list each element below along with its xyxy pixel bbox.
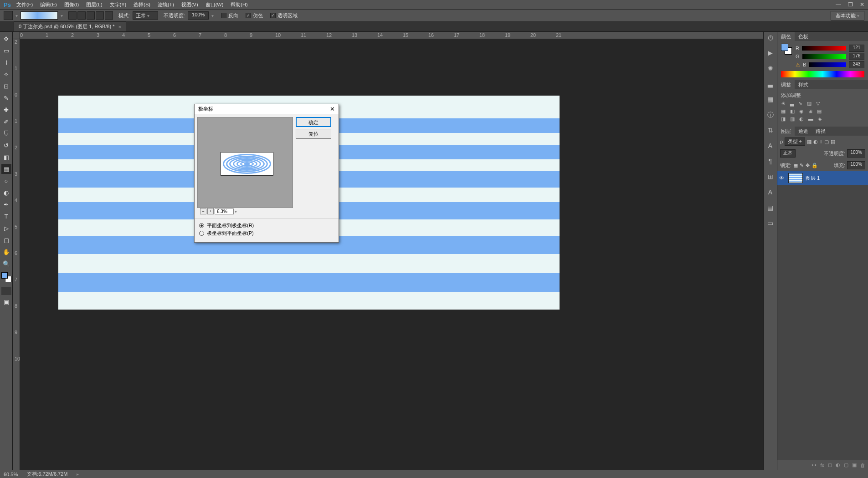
chevron-down-icon[interactable]: ▾ [61,13,63,18]
ruler-horizontal[interactable]: 0123456789101112131415161718192021 [20,32,777,39]
layers-icon[interactable]: ▤ [766,204,775,213]
quick-mask-toggle[interactable] [1,287,11,295]
tab-paths[interactable]: 路径 [812,127,829,136]
menu-filter[interactable]: 滤镜(T) [154,0,178,9]
navigator-panel-icon[interactable]: ⊞ [766,173,775,182]
healing-tool[interactable]: ✚ [1,105,11,115]
move-tool[interactable]: ✥ [1,34,11,44]
blend-mode-select[interactable]: 正常 [780,149,796,158]
blur-tool[interactable]: ○ [1,176,11,186]
new-group-icon[interactable]: ▢ [844,462,848,468]
workspace-button[interactable]: 基本功能 ▾ [831,11,864,20]
zoom-out-button[interactable]: − [200,208,206,214]
menu-edit[interactable]: 编辑(E) [36,0,61,9]
rect-to-polar-radio[interactable]: 平面坐标到极坐标(R) [199,222,334,229]
transparency-checkbox[interactable]: ✓透明区域 [270,12,298,19]
menu-layer[interactable]: 图层(L) [82,0,106,9]
reset-button[interactable]: 复位 [296,129,331,139]
magic-wand-tool[interactable]: ✧ [1,69,11,79]
ok-button[interactable]: 确定 [296,117,331,127]
filter-smart-icon[interactable]: ▤ [831,139,835,145]
dodge-tool[interactable]: ◐ [1,188,11,198]
selective-color-icon[interactable]: ◈ [818,116,822,122]
swatches-icon[interactable]: ▦ [766,96,775,105]
polar-to-rect-radio[interactable]: 极坐标到平面坐标(P) [199,230,334,237]
lock-all-icon[interactable]: 🔒 [812,163,818,168]
maximize-button[interactable]: ❐ [844,0,856,9]
menu-image[interactable]: 图像(I) [61,0,82,9]
tab-channels[interactable]: 通道 [795,127,812,136]
properties-panel-icon[interactable]: ⇅ [766,127,775,136]
ruler-origin[interactable] [13,32,20,39]
tab-styles[interactable]: 样式 [795,80,812,89]
filter-type-icon[interactable]: T [820,139,823,144]
history-panel-icon[interactable]: ◷ [766,34,775,43]
delete-layer-icon[interactable]: 🗑 [860,463,865,468]
eyedropper-tool[interactable]: ✎ [1,93,11,103]
foreground-background-colors[interactable] [1,272,11,282]
marquee-tool[interactable]: ▭ [1,46,11,56]
color-spectrum[interactable] [781,71,864,77]
layer-thumbnail[interactable] [788,173,803,183]
tool-preset-picker[interactable] [4,11,13,20]
notes-icon[interactable]: ▭ [766,219,775,229]
gradient-preview[interactable] [21,11,58,20]
g-slider[interactable] [802,54,846,59]
minimize-button[interactable]: — [832,0,844,9]
g-value[interactable]: 176 [849,53,864,60]
curves-icon[interactable]: ∿ [798,101,802,107]
chevron-right-icon[interactable]: ▸ [77,472,79,477]
layer-opacity-input[interactable]: 100% [847,149,865,158]
paragraph-panel-icon[interactable]: ¶ [766,158,775,167]
crop-tool[interactable]: ⊡ [1,81,11,91]
lock-trans-icon[interactable]: ▦ [793,163,798,168]
history-brush-tool[interactable]: ↺ [1,140,11,150]
ruler-vertical[interactable]: 21012345678910 [13,39,20,470]
screen-mode-button[interactable]: ▣ [1,297,11,307]
dither-checkbox[interactable]: ✓仿色 [246,12,263,19]
close-icon[interactable]: × [118,24,121,30]
char-style-icon[interactable]: A [766,188,775,198]
invert-icon[interactable]: ◨ [781,116,786,122]
gradient-radial-button[interactable] [77,11,86,20]
character-panel-icon[interactable]: A [766,142,775,151]
lookup-icon[interactable]: ▤ [817,108,822,114]
lock-position-icon[interactable]: ✥ [806,163,810,168]
filter-preview[interactable] [197,117,293,208]
chevron-down-icon[interactable]: ▾ [15,13,18,18]
gradient-diamond-button[interactable] [105,11,113,20]
bw-icon[interactable]: ◧ [790,108,795,114]
close-button[interactable]: ✕ [856,0,868,9]
levels-icon[interactable]: ▃ [790,101,794,107]
new-adjustment-icon[interactable]: ◐ [836,462,840,468]
doc-size[interactable]: 文档:6.72M/6.72M [27,471,67,478]
brightness-icon[interactable]: ✺ [766,65,775,74]
shape-tool[interactable]: ▢ [1,235,11,245]
hand-tool[interactable]: ✋ [1,247,11,257]
gradient-angle-button[interactable] [87,11,95,20]
histogram-icon[interactable]: ▃ [766,80,775,89]
opacity-input[interactable]: 100% [188,11,209,20]
layer-fx-icon[interactable]: fx [820,463,824,468]
zoom-in-button[interactable]: + [207,208,214,214]
menu-type[interactable]: 文字(Y) [106,0,130,9]
chevron-down-icon[interactable]: ▾ [211,13,214,18]
type-tool[interactable]: T [1,211,11,221]
gradient-tool[interactable]: ▦ [1,164,11,174]
menu-help[interactable]: 帮助(H) [227,0,251,9]
filter-kind-select[interactable]: 类型 ÷ [785,137,805,146]
foreground-color-swatch[interactable] [1,272,8,279]
pen-tool[interactable]: ✒ [1,199,11,209]
posterize-icon[interactable]: ▥ [790,116,795,122]
menu-file[interactable]: 文件(F) [13,0,36,9]
layer-row[interactable]: 👁 图层 1 [777,171,868,185]
gradient-map-icon[interactable]: ▬ [808,116,813,122]
menu-view[interactable]: 视图(V) [178,0,202,9]
layer-mask-icon[interactable]: ◻ [828,462,832,468]
channel-mixer-icon[interactable]: ⊞ [808,108,812,114]
close-icon[interactable]: ✕ [330,106,335,112]
zoom-level[interactable]: 60.5% [4,472,18,477]
fill-input[interactable]: 100% [847,161,865,169]
eraser-tool[interactable]: ◧ [1,152,11,162]
tab-adjustments[interactable]: 调整 [777,80,795,89]
